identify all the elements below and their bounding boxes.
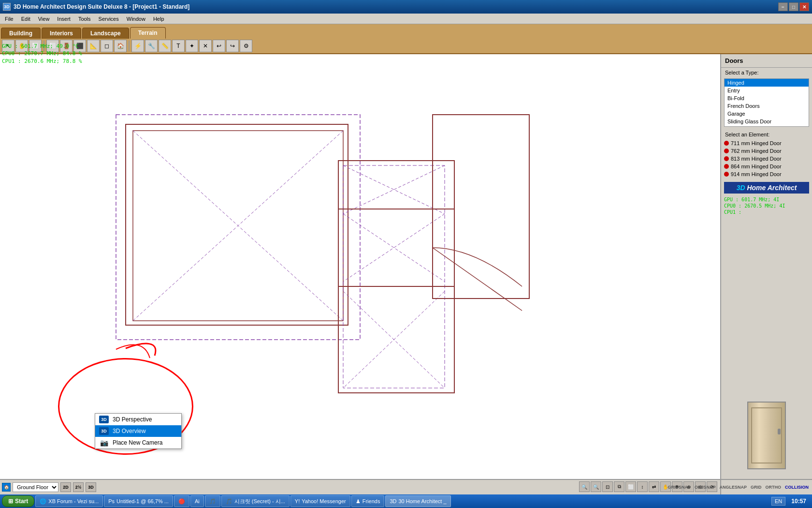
brand-box: 3D Home Architect xyxy=(724,182,809,194)
door-label-864: 864 mm Hinged Door xyxy=(731,164,782,169)
cpu0-info: CPU0 : 2670.7 MHz; 84.8 % xyxy=(2,50,82,57)
flag-objsnap[interactable]: OBJSNAP xyxy=(693,484,717,491)
door-type-list[interactable]: Hinged Entry Bi-Fold French Doors Garage… xyxy=(724,78,809,127)
toolbar-delete-btn[interactable]: ✕ xyxy=(199,40,212,52)
door-type-entry[interactable]: Entry xyxy=(725,87,809,94)
door-dot-813 xyxy=(724,156,729,161)
taskbar-yahoo[interactable]: Y! Yahoo! Messenger xyxy=(290,495,350,507)
title-text: 3D Home Architect Design Suite Deluxe 8 … xyxy=(14,3,189,10)
toolbar-plumb-btn[interactable]: 🔧 xyxy=(145,40,158,52)
maximize-button[interactable]: □ xyxy=(789,2,798,11)
sikret-label: 시크릿 (Secret) - 시... xyxy=(234,498,285,505)
3d-icon-overview: 3D xyxy=(99,427,109,435)
menu-services[interactable]: Services xyxy=(95,15,123,23)
app5-icon: 🎵 xyxy=(209,498,216,505)
canvas-area[interactable]: 3D 3D Perspective 3D 3D Overview 📷 Place… xyxy=(0,54,720,479)
view-3d-button[interactable]: 3D xyxy=(86,482,96,492)
tab-bar: Building Interiors Landscape Terrain xyxy=(0,24,812,39)
toolbar-roof-btn[interactable]: 🏠 xyxy=(114,40,127,52)
menu-insert[interactable]: Insert xyxy=(53,15,74,23)
start-icon: ⊞ xyxy=(8,498,13,505)
status-flags: GRIDSNAP OBJSNAP ANGLESNAP GRID ORTHO CO… xyxy=(720,479,812,494)
language-button[interactable]: EN xyxy=(771,497,785,506)
status-btn4[interactable]: ⬜ xyxy=(625,481,636,492)
taskbar-xb-forum[interactable]: 🌐 XB Forum - Vezi su... xyxy=(35,495,103,507)
menu-tools[interactable]: Tools xyxy=(74,15,95,23)
home-arch-label: 30 Home Architect _ xyxy=(398,498,446,504)
svg-rect-6 xyxy=(343,165,445,388)
panel-type-label: Select a Type: xyxy=(721,68,812,77)
taskbar-home-arch[interactable]: 3D 30 Home Architect _ xyxy=(385,495,450,507)
taskbar-app5[interactable]: 🎵 xyxy=(205,495,220,507)
toolbar-symbol-btn[interactable]: ✦ xyxy=(186,40,198,52)
door-dot-864 xyxy=(724,164,729,169)
toolbar-elec-btn[interactable]: ⚡ xyxy=(131,40,144,52)
menu-edit[interactable]: Edit xyxy=(17,15,34,23)
status-btn3[interactable]: ⧉ xyxy=(614,481,624,492)
door-element-864[interactable]: 864 mm Hinged Door xyxy=(724,163,809,170)
door-type-sliding-glass[interactable]: Sliding Glass Door xyxy=(725,118,809,125)
toolbar-undo-btn[interactable]: ↩ xyxy=(213,40,225,52)
ctx-3d-overview[interactable]: 3D 3D Overview xyxy=(95,425,181,437)
minimize-button[interactable]: − xyxy=(778,2,788,11)
zoom-out-btn[interactable]: 🔍 xyxy=(579,481,590,492)
taskbar-sikret[interactable]: 🎵 시크릿 (Secret) - 시... xyxy=(221,495,290,507)
door-type-hinged[interactable]: Hinged xyxy=(725,79,809,87)
door-element-914[interactable]: 914 mm Hinged Door xyxy=(724,170,809,178)
taskbar-app3[interactable]: 🔴 xyxy=(174,495,189,507)
menu-window[interactable]: Window xyxy=(123,15,149,23)
flag-anglesnap[interactable]: ANGLESNAP xyxy=(718,484,748,491)
door-dot-914 xyxy=(724,172,729,177)
menu-view[interactable]: View xyxy=(34,15,54,23)
door-element-813[interactable]: 813 mm Hinged Door xyxy=(724,155,809,163)
menu-file[interactable]: File xyxy=(1,15,17,23)
title-bar-left: 3D 3D Home Architect Design Suite Deluxe… xyxy=(3,3,189,11)
zoom-in-btn[interactable]: 🔍 xyxy=(591,481,601,492)
tab-building[interactable]: Building xyxy=(1,28,41,39)
toolbar-settings-btn[interactable]: ⚙ xyxy=(240,40,252,52)
tab-interiors[interactable]: Interiors xyxy=(42,28,81,39)
toolbar-room-btn[interactable]: ◻ xyxy=(101,40,113,52)
door-element-711[interactable]: 711 mm Hinged Door xyxy=(724,139,809,147)
zoom-fit-btn[interactable]: ⊡ xyxy=(602,481,613,492)
door-type-sliding-mirror[interactable]: Sliding Mirror xyxy=(725,125,809,127)
3d-icon-perspective: 3D xyxy=(99,416,109,423)
close-button[interactable]: ✕ xyxy=(799,2,809,11)
menu-help[interactable]: Help xyxy=(149,15,168,23)
door-type-garage[interactable]: Garage xyxy=(725,110,809,118)
context-menu: 3D 3D Perspective 3D 3D Overview 📷 Place… xyxy=(95,413,182,449)
brand-text: 3D Home Architect xyxy=(737,184,797,192)
tab-terrain[interactable]: Terrain xyxy=(130,27,166,39)
toolbar-stair-btn[interactable]: 📐 xyxy=(87,40,100,52)
flag-collision[interactable]: COLLISION xyxy=(783,484,810,491)
taskbar-steam[interactable]: ♟ Friends xyxy=(351,495,385,507)
door-element-762[interactable]: 762 mm Hinged Door xyxy=(724,147,809,155)
panel-gpu: GPU : 601.7 MHz; 4I xyxy=(724,196,809,203)
toolbar-measure-btn[interactable]: 📏 xyxy=(159,40,171,52)
home-arch-icon: 3D xyxy=(390,498,396,504)
start-button[interactable]: ⊞ Start xyxy=(2,495,34,507)
flag-gridsnap[interactable]: GRIDSNAP xyxy=(666,484,692,491)
ctx-place-camera[interactable]: 📷 Place New Camera xyxy=(95,437,181,448)
tab-landscape[interactable]: Landscape xyxy=(82,28,129,39)
door-label-711: 711 mm Hinged Door xyxy=(731,140,782,146)
taskbar-app4[interactable]: Ai xyxy=(190,495,204,507)
taskbar-photoshop[interactable]: Ps Untitled-1 @ 66,7% ... xyxy=(104,495,173,507)
door-dot-711 xyxy=(724,141,729,146)
door-type-bifold[interactable]: Bi-Fold xyxy=(725,94,809,102)
toolbar-text-btn[interactable]: T xyxy=(172,40,185,52)
door-type-french[interactable]: French Doors xyxy=(725,102,809,110)
view-2d5-button[interactable]: 2½ xyxy=(73,482,84,492)
flag-grid[interactable]: GRID xyxy=(749,484,763,491)
ctx-3d-perspective[interactable]: 3D 3D Perspective xyxy=(95,414,181,425)
door-image xyxy=(747,402,786,469)
view-2d-button[interactable]: 2D xyxy=(60,482,71,492)
right-panel: Doors Select a Type: Hinged Entry Bi-Fol… xyxy=(720,54,812,479)
status-btn5[interactable]: ↕ xyxy=(637,481,648,492)
window-controls[interactable]: − □ ✕ xyxy=(778,2,809,11)
status-btn6[interactable]: ⇄ xyxy=(649,481,659,492)
flag-ortho[interactable]: ORTHO xyxy=(764,484,783,491)
svg-line-16 xyxy=(433,248,522,311)
floor-dropdown[interactable]: Ground Floor xyxy=(13,482,58,492)
toolbar-redo-btn[interactable]: ↪ xyxy=(226,40,239,52)
